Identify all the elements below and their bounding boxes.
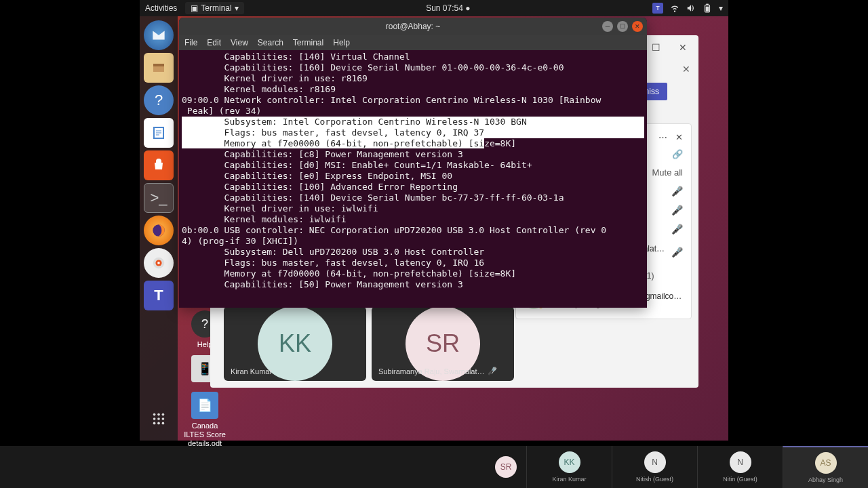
thunderbird-icon[interactable] [144,20,174,50]
minimize-button[interactable]: ─ [602,21,613,32]
participant-tile[interactable]: NNitish (Guest) [612,446,697,488]
svg-rect-4 [153,66,164,72]
participant-name: Nitish (Guest) [636,476,673,483]
menu-search[interactable]: Search [258,38,283,47]
chevron-down-icon: ▾ [235,3,239,13]
document-icon: 📄 [191,392,218,419]
app-indicator[interactable]: ▣ Terminal ▾ [185,2,243,14]
mic-muted-icon[interactable]: 🎤̸ [671,247,683,258]
svg-rect-2 [706,7,709,12]
participant-tile[interactable]: NNitin (Guest) [697,446,783,488]
tile-name-label: Subiramanya Raju, Swarnalat… [378,367,485,375]
battery-icon[interactable] [703,3,712,13]
maximize-button[interactable]: ☐ [617,21,628,32]
window-title: root@Abhay: ~ [386,22,441,31]
clock[interactable]: Sun 07:54 ● [244,3,652,13]
link-icon[interactable]: 🔗 [672,149,683,159]
svg-point-18 [162,418,165,420]
svg-point-19 [153,422,156,425]
desktop-item-label: Canada ILTES Score details.odt [183,422,226,449]
svg-point-12 [157,262,160,264]
gnome-topbar: Activities ▣ Terminal ▾ Sun 07:54 ● T ▾ [140,0,728,16]
tile-name-label: Kiran Kumar [231,367,272,375]
menu-terminal[interactable]: Terminal [293,38,323,47]
files-icon[interactable] [144,53,174,83]
volume-icon[interactable] [686,3,696,13]
avatar: N [644,451,666,473]
avatar: SR [495,456,517,478]
mic-muted-icon[interactable]: 🎤̸ [671,224,683,235]
participant-tile[interactable]: KKKiran Kumar [526,446,612,488]
teams-tray-icon[interactable]: T [652,3,663,14]
self-tile[interactable]: SR [486,446,526,488]
terminal-icon[interactable]: >_ [144,183,174,213]
software-icon[interactable] [144,150,174,180]
video-tile[interactable]: KK Kiran Kumar [224,306,366,381]
wifi-icon[interactable] [670,3,679,13]
dock: ? >_ T [140,16,178,441]
terminal-content[interactable]: Capabilities: [140] Virtual Channel Capa… [179,50,647,308]
libreoffice-writer-icon[interactable] [144,118,174,148]
close-button[interactable]: ✕ [632,21,643,32]
participant-tile[interactable]: ASAbhay Singh [783,446,868,488]
mic-muted-icon[interactable]: 🎤̸ [671,186,683,197]
avatar: N [730,451,751,473]
menu-file[interactable]: File [184,38,197,47]
teams-icon[interactable]: T [144,281,174,310]
tab-close-icon[interactable]: ✕ [678,61,694,77]
firefox-icon[interactable] [144,216,174,245]
bottom-participants-bar: SR KKKiran KumarNNitish (Guest)NNitin (G… [0,446,868,488]
svg-point-21 [162,422,165,425]
chevron-down-icon[interactable]: ▾ [719,3,723,13]
svg-point-14 [157,413,160,416]
participant-name: Abhay Singh [808,476,843,483]
document-desktop-item[interactable]: 📄 Canada ILTES Score details.odt [183,392,226,449]
menu-edit[interactable]: Edit [207,38,221,47]
video-tile[interactable]: SR Subiramanya Raju, Swarnalat… 🎤̸ [372,306,514,381]
avatar: KK [559,451,580,473]
mic-muted-icon[interactable]: 🎤̸ [671,205,683,216]
help-icon[interactable]: ? [144,85,174,115]
menu-help[interactable]: Help [333,38,350,47]
menubar: File Edit View Search Terminal Help [179,35,647,50]
panel-close-icon[interactable]: ✕ [675,132,683,142]
rhythmbox-icon[interactable] [144,248,174,278]
mic-muted-icon: 🎤̸ [488,367,497,375]
svg-point-15 [162,413,165,416]
mute-all-button[interactable]: Mute all [652,167,683,178]
avatar: AS [815,452,837,474]
svg-point-17 [157,418,160,420]
activities-button[interactable]: Activities [145,3,177,13]
svg-rect-3 [153,64,164,66]
titlebar[interactable]: root@Abhay: ~ ─ ☐ ✕ [179,18,647,35]
terminal-window: root@Abhay: ~ ─ ☐ ✕ File Edit View Searc… [179,18,647,308]
svg-rect-1 [706,4,709,5]
menu-view[interactable]: View [231,38,248,47]
show-apps-icon[interactable] [144,404,174,434]
participant-name: Nitin (Guest) [723,476,757,483]
svg-point-13 [153,413,156,416]
svg-point-20 [157,422,160,425]
terminal-icon: ▣ [191,3,198,13]
svg-point-16 [153,418,156,420]
more-icon[interactable]: ⋯ [658,132,667,142]
participant-name: Kiran Kumar [552,476,586,483]
close-button[interactable]: ✕ [670,38,696,57]
app-indicator-label: Terminal [201,3,231,13]
